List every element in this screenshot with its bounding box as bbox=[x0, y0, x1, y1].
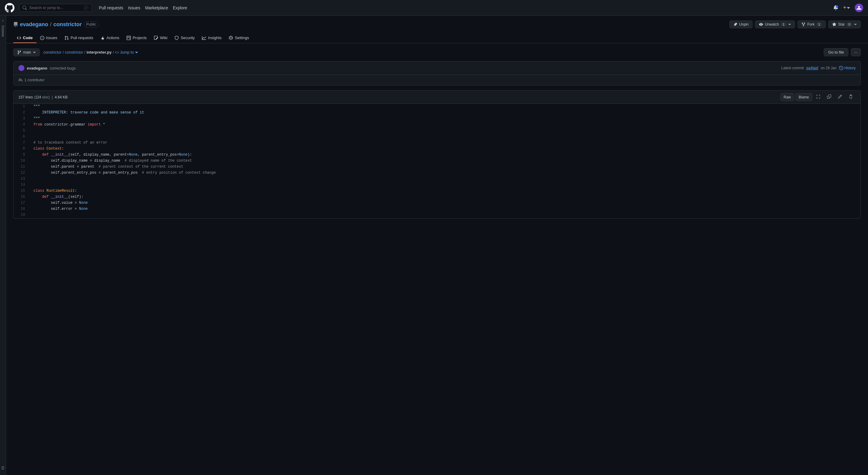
star-button[interactable]: Star 0 bbox=[828, 21, 861, 28]
line-number: 10 bbox=[13, 158, 29, 164]
code-line: 11 self.parent = parent # parent context… bbox=[13, 164, 861, 170]
breadcrumb-file: interpreter.py bbox=[87, 50, 112, 55]
nav-marketplace[interactable]: Marketplace bbox=[145, 5, 168, 10]
code-jump-icon bbox=[115, 50, 119, 54]
octotree-toggle[interactable]: › bbox=[2, 18, 4, 23]
more-options-button[interactable]: ··· bbox=[851, 48, 861, 56]
new-menu-button[interactable]: + bbox=[843, 4, 850, 11]
file-content-header: 157 lines (124 sloc) | 4.64 KB Raw Blame bbox=[13, 91, 861, 104]
wiki-icon bbox=[154, 36, 158, 40]
repo-tab-nav: Code Issues Pull requests Actions Projec… bbox=[6, 31, 868, 43]
octotree-menu-icon[interactable]: ☰ bbox=[1, 466, 4, 470]
line-content bbox=[29, 128, 861, 134]
breadcrumb-owner[interactable]: constrictor bbox=[43, 50, 61, 55]
line-number: 4 bbox=[13, 122, 29, 128]
jump-chevron bbox=[135, 51, 138, 54]
code-line: 5 bbox=[13, 128, 861, 134]
code-line: 4 from constrictor.grammar import * bbox=[13, 122, 861, 128]
line-number: 8 bbox=[13, 146, 29, 152]
code-line: 7 # to traceback context of an error bbox=[13, 140, 861, 146]
blame-button[interactable]: Blame bbox=[795, 93, 812, 101]
user-avatar[interactable] bbox=[855, 4, 863, 12]
octotree-sidebar: › Octotree ☰ bbox=[0, 15, 6, 475]
code-line: 1 """ bbox=[13, 104, 861, 110]
code-line: 10 self.display_name = display_name # di… bbox=[13, 158, 861, 164]
repo-header: evadegano / constrictor Public Unpin Unw… bbox=[6, 15, 868, 28]
tab-wiki[interactable]: Wiki bbox=[150, 33, 171, 43]
line-number: 12 bbox=[13, 170, 29, 176]
path-sep-2: / bbox=[84, 50, 86, 55]
branch-selector[interactable]: main bbox=[13, 48, 40, 56]
branch-chevron bbox=[33, 51, 36, 54]
screen-full-button[interactable] bbox=[813, 93, 823, 101]
search-bar[interactable]: / bbox=[19, 4, 92, 12]
search-input[interactable] bbox=[29, 5, 82, 10]
commit-author-name[interactable]: evadegano bbox=[27, 66, 47, 70]
octotree-label: Octotree bbox=[1, 25, 4, 37]
line-number: 1 bbox=[13, 104, 29, 110]
tab-issues[interactable]: Issues bbox=[36, 33, 61, 43]
code-line: 19 bbox=[13, 212, 861, 218]
tab-pull-requests[interactable]: Pull requests bbox=[61, 33, 97, 43]
line-content: class Context: bbox=[29, 146, 861, 152]
breadcrumb-folder[interactable]: constrictor bbox=[65, 50, 83, 55]
line-number: 3 bbox=[13, 116, 29, 122]
delete-button[interactable] bbox=[846, 93, 856, 101]
tab-settings[interactable]: Settings bbox=[225, 33, 253, 43]
commit-date: on 29 Jan bbox=[821, 66, 837, 70]
unwatch-label: Unwatch bbox=[765, 22, 779, 27]
tab-insights[interactable]: Insights bbox=[198, 33, 225, 43]
tab-actions-label: Actions bbox=[106, 36, 119, 40]
nav-explore[interactable]: Explore bbox=[173, 5, 187, 10]
code-line: 3 """ bbox=[13, 116, 861, 122]
tab-pr-label: Pull requests bbox=[70, 36, 93, 40]
commit-author: evadegano corrected bugs bbox=[19, 65, 76, 71]
fork-button[interactable]: Fork 1 bbox=[798, 21, 826, 28]
edit-button[interactable] bbox=[835, 93, 845, 101]
line-content bbox=[29, 182, 861, 188]
github-logo[interactable] bbox=[5, 3, 14, 13]
tab-projects-label: Projects bbox=[133, 36, 147, 40]
history-label: History bbox=[844, 66, 856, 70]
path-sep-3: / bbox=[113, 50, 114, 55]
topnav-links: Pull requests Issues Marketplace Explore bbox=[99, 5, 187, 10]
unwatch-button[interactable]: Unwatch 1 bbox=[755, 21, 795, 28]
unpin-button[interactable]: Unpin bbox=[730, 21, 752, 28]
go-to-file-button[interactable]: Go to file bbox=[824, 48, 848, 56]
insights-icon bbox=[202, 36, 206, 40]
repo-owner-link[interactable]: evadegano bbox=[20, 21, 48, 28]
line-content: self.parent = parent # parent context of… bbox=[29, 164, 861, 170]
branch-name: main bbox=[23, 50, 31, 55]
line-number: 14 bbox=[13, 182, 29, 188]
contributors-label: 1 contributor bbox=[24, 78, 44, 82]
repo-breadcrumb: evadegano / constrictor Public bbox=[13, 21, 99, 28]
history-link[interactable]: History bbox=[839, 66, 856, 70]
contributors-icon bbox=[19, 78, 23, 82]
nav-pull-requests[interactable]: Pull requests bbox=[99, 5, 123, 10]
tab-wiki-label: Wiki bbox=[160, 36, 167, 40]
code-line: 15 class RuntimeResult: bbox=[13, 188, 861, 194]
actions-icon bbox=[100, 36, 104, 40]
tab-security[interactable]: Security bbox=[171, 33, 198, 43]
copy-button[interactable] bbox=[824, 93, 834, 101]
code-line: 17 self.value = None bbox=[13, 200, 861, 206]
line-number: 19 bbox=[13, 212, 29, 218]
unpin-icon bbox=[733, 22, 738, 27]
commit-hash[interactable]: ea4faef bbox=[806, 66, 818, 70]
tab-projects[interactable]: Projects bbox=[123, 33, 150, 43]
notifications-button[interactable] bbox=[833, 5, 838, 10]
line-content: self.value = None bbox=[29, 200, 861, 206]
jump-to-button[interactable]: Jump to bbox=[115, 50, 138, 55]
tab-actions[interactable]: Actions bbox=[97, 33, 123, 43]
raw-button[interactable]: Raw bbox=[780, 93, 794, 101]
file-breadcrumb: constrictor / constrictor / interpreter.… bbox=[43, 50, 138, 55]
code-line: 18 self.error = None bbox=[13, 206, 861, 212]
line-count: 157 lines bbox=[19, 95, 33, 99]
repo-name-link[interactable]: constrictor bbox=[53, 21, 82, 28]
line-content: self.error = None bbox=[29, 206, 861, 212]
commit-author-avatar bbox=[19, 65, 24, 71]
nav-issues[interactable]: Issues bbox=[128, 5, 140, 10]
tab-code[interactable]: Code bbox=[13, 33, 36, 43]
code-line: 12 self.parent_entry_pos = parent_entry_… bbox=[13, 170, 861, 176]
line-number: 18 bbox=[13, 206, 29, 212]
